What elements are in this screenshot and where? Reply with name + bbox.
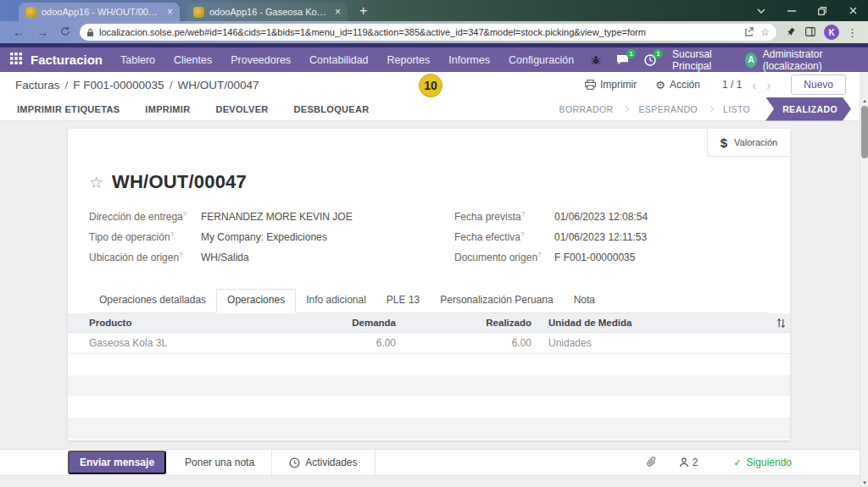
send-message-button[interactable]: Enviar mensaje xyxy=(68,451,166,474)
restore-icon[interactable] xyxy=(807,0,837,21)
nav-item-proveedores[interactable]: Proveedores xyxy=(221,54,300,66)
window-controls xyxy=(746,0,868,21)
column-header-unidad[interactable]: Unidad de Medida xyxy=(540,318,752,328)
column-header-realizado[interactable]: Realizado xyxy=(404,318,540,328)
tab-ple-13[interactable]: PLE 13 xyxy=(376,294,430,313)
breadcrumb-invoice[interactable]: F F001-00000035 xyxy=(73,79,164,91)
tab-info-adicional[interactable]: Info adicional xyxy=(296,294,376,313)
cell-demanda[interactable]: 6.00 xyxy=(303,337,404,349)
nav-item-configuracion[interactable]: Configuración xyxy=(499,54,583,66)
cell-unidad[interactable]: Unidades xyxy=(540,337,752,349)
pager-prev-icon[interactable]: ‹ xyxy=(752,79,756,91)
field-value-ubicacion[interactable]: WH/Salida xyxy=(201,252,249,263)
favorite-star-icon[interactable]: ☆ xyxy=(89,173,103,192)
browser-tab-current[interactable]: odooApp16 - WH/OUT/00047 × xyxy=(19,3,180,21)
status-step-esperando[interactable]: ESPERANDO xyxy=(630,104,706,114)
address-bar[interactable]: localizacion.solse.pe/web#id=146&cids=1&… xyxy=(80,24,776,41)
field-value-documento-origen[interactable]: F F001-00000035 xyxy=(554,252,635,263)
activities-clock-icon[interactable]: 1 xyxy=(644,54,656,66)
help-marker: ? xyxy=(170,230,174,238)
help-marker: ? xyxy=(520,230,524,238)
adjust-columns-icon[interactable] xyxy=(752,318,790,329)
close-icon[interactable]: × xyxy=(167,6,173,18)
gear-icon: ⚙ xyxy=(655,79,665,91)
attachment-paperclip-icon[interactable] xyxy=(646,457,657,468)
followers-button[interactable]: 2 xyxy=(679,457,698,468)
tab-nota[interactable]: Nota xyxy=(564,294,605,313)
user-menu[interactable]: Administrator (localizacion) xyxy=(763,48,854,72)
minimize-icon[interactable] xyxy=(776,0,807,21)
print-document-button[interactable]: IMPRIMIR xyxy=(145,104,190,114)
tab-personalizacion-peruana[interactable]: Personalización Peruana xyxy=(430,294,563,313)
log-note-button[interactable]: Poner una nota xyxy=(185,457,254,468)
empty-row xyxy=(68,354,790,375)
table-row[interactable]: Gaseosa Kola 3L 6.00 6.00 Unidades xyxy=(68,333,790,354)
empty-row xyxy=(68,375,790,396)
nav-item-clientes[interactable]: Clientes xyxy=(164,54,221,66)
side-panel-icon[interactable] xyxy=(805,25,815,39)
help-marker: ? xyxy=(183,210,186,218)
apps-grid-icon[interactable] xyxy=(10,53,22,68)
field-value-direccion[interactable]: FERNANDEZ MORE KEVIN JOE xyxy=(201,211,353,223)
chevron-down-icon[interactable] xyxy=(746,0,776,21)
browser-tabstrip: odooApp16 - WH/OUT/00047 × odooApp16 - G… xyxy=(0,0,868,21)
nav-item-contabilidad[interactable]: Contabilidad xyxy=(300,54,378,66)
status-active-realizado[interactable]: REALIZADO xyxy=(765,97,851,121)
followers-count: 2 xyxy=(693,457,698,468)
column-header-producto[interactable]: Producto xyxy=(89,318,303,328)
field-value-fecha-efectiva[interactable]: 01/06/2023 12:11:53 xyxy=(554,231,647,243)
scroll-up-icon[interactable]: ▲ xyxy=(860,98,868,103)
scrollbar-thumb[interactable] xyxy=(861,106,868,158)
breadcrumb-facturas[interactable]: Facturas xyxy=(15,79,60,91)
unlock-button[interactable]: DESBLOQUEAR xyxy=(294,104,370,114)
following-label: Siguiendo xyxy=(747,457,792,468)
print-labels-button[interactable]: IMPRIMIR ETIQUETAS xyxy=(17,104,120,114)
browser-profile-avatar[interactable]: K xyxy=(824,25,839,40)
action-button[interactable]: ⚙ Acción xyxy=(655,79,700,91)
form-sheet: ☆ WH/OUT/00047 Dirección de entrega? FER… xyxy=(68,129,790,313)
pager-next-icon[interactable]: › xyxy=(766,79,771,91)
close-window-icon[interactable] xyxy=(837,0,868,21)
messages-icon[interactable]: 1 xyxy=(616,54,629,65)
cell-producto[interactable]: Gaseosa Kola 3L xyxy=(89,337,303,349)
following-button[interactable]: ✓ Siguiendo xyxy=(733,457,792,468)
forward-icon[interactable]: → xyxy=(31,26,54,38)
tab-operaciones-detalladas[interactable]: Operaciones detalladas xyxy=(89,294,216,313)
refresh-icon[interactable] xyxy=(54,26,76,38)
field-label-documento-origen: Documento origen? xyxy=(454,251,554,263)
scroll-down-icon[interactable]: ▼ xyxy=(860,480,868,485)
field-value-fecha-prevista[interactable]: 01/06/2023 12:08:54 xyxy=(554,211,648,223)
browser-menu-icon[interactable]: ⋮ xyxy=(847,26,858,39)
close-icon[interactable]: × xyxy=(335,6,341,18)
field-value-tipo-operacion[interactable]: My Company: Expediciones xyxy=(201,231,327,243)
status-step-borrador[interactable]: BORRADOR xyxy=(551,104,622,114)
nav-item-tablero[interactable]: Tablero xyxy=(111,54,164,66)
back-icon[interactable]: ← xyxy=(7,26,31,38)
field-label-direccion: Dirección de entrega? xyxy=(89,210,201,223)
return-button[interactable]: DEVOLVER xyxy=(215,104,268,114)
share-icon[interactable] xyxy=(744,27,754,38)
url-text: localizacion.solse.pe/web#id=146&cids=1&… xyxy=(99,27,737,37)
screen: odooApp16 - WH/OUT/00047 × odooApp16 - G… xyxy=(0,0,868,487)
extension-pin-icon[interactable] xyxy=(787,25,797,39)
notebook-tabs: Operaciones detalladas Operaciones Info … xyxy=(89,290,769,313)
new-button[interactable]: Nuevo xyxy=(791,75,846,95)
user-avatar[interactable]: A xyxy=(745,53,757,68)
new-tab-button[interactable]: + xyxy=(348,3,379,19)
valuation-button[interactable]: $ Valoración xyxy=(707,129,790,157)
cell-realizado[interactable]: 6.00 xyxy=(404,337,540,349)
column-header-demanda[interactable]: Demanda xyxy=(303,318,404,328)
nav-item-informes[interactable]: Informes xyxy=(439,54,499,66)
debug-bug-icon[interactable] xyxy=(591,55,601,65)
browser-tab-product[interactable]: odooApp16 - Gaseosa Kola 3L × xyxy=(186,3,348,21)
activities-button[interactable]: Actividades xyxy=(289,457,357,468)
app-name[interactable]: Facturacion xyxy=(31,53,103,67)
scrollbar[interactable]: ▲ ▼ xyxy=(860,97,868,487)
company-switcher[interactable]: Sucursal Principal xyxy=(672,48,733,72)
nav-item-reportes[interactable]: Reportes xyxy=(378,54,440,66)
bookmark-star-icon[interactable]: ☆ xyxy=(760,27,770,37)
print-button[interactable]: Imprimir xyxy=(585,79,637,91)
status-step-listo[interactable]: LISTO xyxy=(715,104,759,114)
tab-operaciones[interactable]: Operaciones xyxy=(216,289,296,313)
field-label-tipo-operacion: Tipo de operación? xyxy=(89,230,201,243)
